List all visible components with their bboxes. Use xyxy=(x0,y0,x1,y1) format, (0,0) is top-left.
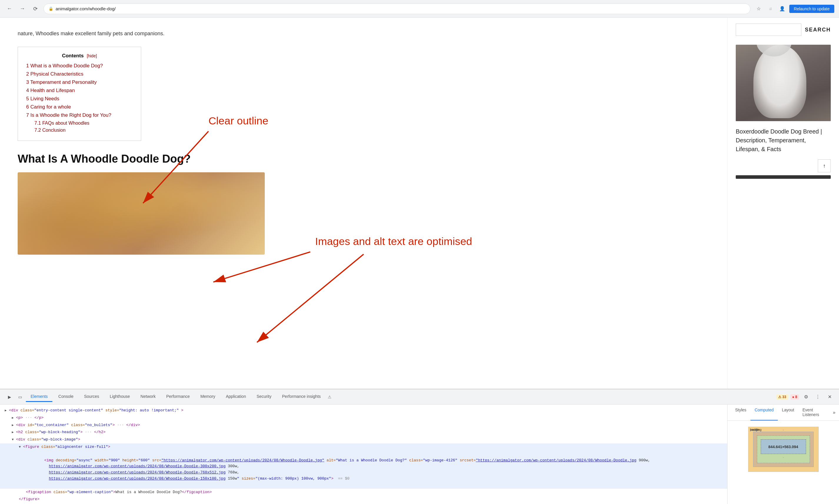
page-content-wrapper: nature, Whoodles make excellent family p… xyxy=(0,18,727,389)
toc-hide-link[interactable]: [hide] xyxy=(87,54,97,58)
code-line-1: ▶ <p> ··· </p> xyxy=(0,414,727,422)
search-area: SEARCH xyxy=(736,23,831,36)
tab-performance-insights[interactable]: Performance insights xyxy=(278,392,326,402)
toc-item-7: 7 Is a Whoodle the Right Dog for You? xyxy=(26,112,133,118)
toc-list: 1 What is a Whoodle Doodle Dog? 2 Physic… xyxy=(26,63,133,133)
styles-tab[interactable]: Styles xyxy=(731,404,750,420)
box-model-area: margin - border - padding 844.641×56 xyxy=(728,421,839,478)
toc-item-4: 4 Health and Lifespan xyxy=(26,88,133,93)
toc-link-5[interactable]: 5 Living Needs xyxy=(26,96,59,102)
code-line-4: ▼ <div class="wp-block-image"> xyxy=(0,436,727,444)
toc-link-1[interactable]: 1 What is a Whoodle Doodle Dog? xyxy=(26,63,103,69)
code-line-2: ▶ <div id="toc_container" class="no_bull… xyxy=(0,422,727,429)
tab-lighthouse[interactable]: Lighthouse xyxy=(105,392,135,402)
border-top-value: - xyxy=(783,428,784,432)
search-label: SEARCH xyxy=(805,27,831,33)
computed-panel: Styles Computed Layout Event Listeners »… xyxy=(727,404,839,504)
toc-item-5: 5 Living Needs xyxy=(26,96,133,102)
padding-box: padding 844.641×563.094 - xyxy=(757,435,810,463)
layout-tab[interactable]: Layout xyxy=(778,404,798,420)
devtools-icons: ⚠ 33 ● 8 ⚙ ⋮ ✕ xyxy=(776,392,834,402)
devtools-tabbar: ▶ ▭ Elements Console Sources Lighthouse … xyxy=(0,389,839,404)
devtools-panel: ▶ ▭ Elements Console Sources Lighthouse … xyxy=(0,389,839,504)
toc-item-6: 6 Caring for a whole xyxy=(26,104,133,110)
browser-chrome: ← → ⟳ 🔒 animalgator.com/whoodle-dog/ ☆ ◽… xyxy=(0,0,839,18)
page-content: nature, Whoodles make excellent family p… xyxy=(0,18,727,266)
toc-link-3[interactable]: 3 Temperament and Personality xyxy=(26,79,97,85)
forward-button[interactable]: → xyxy=(18,4,27,14)
content-dimensions: 844.641×563.094 xyxy=(768,445,798,449)
back-button[interactable]: ← xyxy=(5,4,14,14)
computed-tabs: Styles Computed Layout Event Listeners » xyxy=(728,404,839,421)
warning-badge: ⚠ 33 xyxy=(776,394,788,400)
margin-box: margin - border - padding 844.641×56 xyxy=(748,427,819,472)
toc-link-72[interactable]: 7.2 Conclusion xyxy=(34,128,66,132)
padding-bottom-value: - xyxy=(761,455,806,459)
scroll-top-button[interactable]: ↑ xyxy=(818,159,831,172)
relaunch-button[interactable]: Relaunch to update xyxy=(789,5,834,13)
toc-subitem-72: 7.2 Conclusion xyxy=(34,128,133,133)
intro-text: nature, Whoodles make excellent family p… xyxy=(18,30,710,38)
elements-panel: ▶ <div class="entry-content single-conte… xyxy=(0,404,727,504)
code-line-7: <figcaption class="wp-element-caption">W… xyxy=(0,489,727,496)
toc-item-1: 1 What is a Whoodle Doodle Dog? xyxy=(26,63,133,69)
devtools-settings-icon[interactable]: ⚙ xyxy=(801,392,811,402)
extensions-button[interactable]: ◽ xyxy=(766,4,775,14)
devtools-device-icon[interactable]: ▭ xyxy=(15,392,25,402)
devtools-close-icon[interactable]: ✕ xyxy=(825,392,834,402)
devtools-content: ▶ <div class="entry-content single-conte… xyxy=(0,404,839,504)
code-line-3: ▶ <h2 class="wp-block-heading"> ··· </h2… xyxy=(0,429,727,436)
toc-link-6[interactable]: 6 Caring for a whole xyxy=(26,104,71,110)
reload-button[interactable]: ⟳ xyxy=(31,4,40,14)
devtools-cursor-icon[interactable]: ▶ xyxy=(5,392,14,402)
box-model: margin - border - padding 844.641×56 xyxy=(748,427,819,472)
tab-application[interactable]: Application xyxy=(221,392,251,402)
code-line-8: </figure> xyxy=(0,496,727,503)
sidebar-dog-image xyxy=(736,45,831,121)
tab-sources[interactable]: Sources xyxy=(79,392,104,402)
toc-link-4[interactable]: 4 Health and Lifespan xyxy=(26,88,75,93)
right-sidebar: SEARCH Boxerdoodle Doodle Dog Breed | De… xyxy=(727,18,839,389)
code-line-0: ▶ <div class="entry-content single-conte… xyxy=(0,407,727,414)
toc-subitem-71: 7.1 FAQs about Whoodles xyxy=(34,121,133,126)
toc-item-2: 2 Physical Characteristics xyxy=(26,71,133,77)
devtools-more-icon[interactable]: ⋮ xyxy=(813,392,823,402)
dog-image xyxy=(18,172,265,255)
toc-link-7[interactable]: 7 Is a Whoodle the Right Dog for You? xyxy=(26,112,111,118)
tab-performance[interactable]: Performance xyxy=(161,392,194,402)
tab-security[interactable]: Security xyxy=(252,392,276,402)
tab-memory[interactable]: Memory xyxy=(196,392,220,402)
bookmark-button[interactable]: ☆ xyxy=(754,4,763,14)
toc-sublist: 7.1 FAQs about Whoodles 7.2 Conclusion xyxy=(34,121,133,133)
lock-icon: 🔒 xyxy=(49,6,53,11)
url-text: animalgator.com/whoodle-dog/ xyxy=(56,6,115,11)
images-alt-arrow2 xyxy=(257,254,363,343)
padding-label: padding xyxy=(750,428,762,431)
content-box: 844.641×563.094 xyxy=(761,439,806,454)
toc-link-2[interactable]: 2 Physical Characteristics xyxy=(26,71,84,77)
article-heading: What Is A Whoodle Doodle Dog? xyxy=(18,152,710,165)
toc-header: Contents [hide] xyxy=(26,53,133,59)
code-line-5: ▼ <figure class="aligncenter size-full"> xyxy=(0,444,727,451)
error-badge: ● 8 xyxy=(790,394,799,400)
profile-button[interactable]: 👤 xyxy=(778,4,787,14)
address-bar[interactable]: 🔒 animalgator.com/whoodle-dog/ xyxy=(43,3,750,14)
computed-expand-icon[interactable]: » xyxy=(833,410,836,415)
event-listeners-tab[interactable]: Event Listeners xyxy=(798,404,833,420)
browser-actions: ☆ ◽ 👤 Relaunch to update xyxy=(754,4,834,14)
tab-network[interactable]: Network xyxy=(136,392,160,402)
dog-fur-overlay xyxy=(18,172,265,255)
tab-console[interactable]: Console xyxy=(54,392,78,402)
sidebar-caption: Boxerdoodle Doodle Dog Breed | Descripti… xyxy=(736,127,831,154)
toc-title: Contents xyxy=(62,53,84,58)
toc-item-3: 3 Temperament and Personality xyxy=(26,79,133,85)
search-input[interactable] xyxy=(736,23,801,36)
performance-insights-icon: ⚠ xyxy=(328,395,332,399)
toc-box: Contents [hide] 1 What is a Whoodle Dood… xyxy=(18,47,141,141)
code-line-6: <img decoding="async" width="900" height… xyxy=(0,451,727,489)
border-box: border - padding 844.641×563.094 - xyxy=(753,432,814,467)
toc-link-71[interactable]: 7.1 FAQs about Whoodles xyxy=(34,121,89,126)
computed-tab[interactable]: Computed xyxy=(750,404,778,420)
tab-elements[interactable]: Elements xyxy=(26,392,52,402)
